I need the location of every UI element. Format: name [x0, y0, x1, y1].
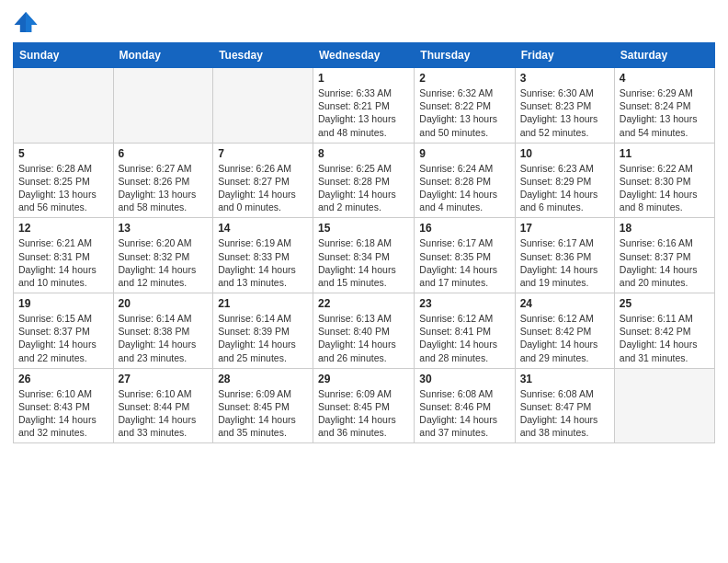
day-info: Sunrise: 6:23 AMSunset: 8:29 PMDaylight:…	[520, 162, 609, 214]
weekday-header-sunday: Sunday	[14, 43, 114, 68]
day-info: Sunrise: 6:10 AMSunset: 8:43 PMDaylight:…	[18, 387, 108, 440]
header	[13, 9, 715, 35]
weekday-header-saturday: Saturday	[614, 43, 714, 68]
day-info: Sunrise: 6:09 AMSunset: 8:45 PMDaylight:…	[318, 387, 409, 440]
day-info: Sunrise: 6:17 AMSunset: 8:36 PMDaylight:…	[520, 236, 609, 289]
calendar-day-27: 27Sunrise: 6:10 AMSunset: 8:44 PMDayligh…	[113, 368, 213, 443]
calendar-day-23: 23Sunrise: 6:12 AMSunset: 8:41 PMDayligh…	[415, 293, 515, 369]
calendar-day-9: 9Sunrise: 6:24 AMSunset: 8:28 PMDaylight…	[415, 143, 515, 218]
day-info: Sunrise: 6:13 AMSunset: 8:40 PMDaylight:…	[318, 312, 409, 364]
day-number: 19	[18, 297, 108, 310]
day-number: 9	[419, 147, 509, 160]
calendar-day-3: 3Sunrise: 6:30 AMSunset: 8:23 PMDaylight…	[515, 68, 614, 144]
weekday-header-thursday: Thursday	[415, 43, 515, 68]
weekday-header-wednesday: Wednesday	[313, 43, 415, 68]
day-info: Sunrise: 6:08 AMSunset: 8:47 PMDaylight:…	[520, 387, 609, 440]
day-number: 10	[520, 147, 609, 160]
day-info: Sunrise: 6:18 AMSunset: 8:34 PMDaylight:…	[318, 236, 409, 289]
day-number: 21	[218, 297, 308, 310]
day-info: Sunrise: 6:09 AMSunset: 8:45 PMDaylight:…	[218, 387, 308, 440]
day-number: 30	[419, 373, 509, 385]
generalblue-logo-icon	[13, 9, 39, 35]
day-info: Sunrise: 6:20 AMSunset: 8:32 PMDaylight:…	[119, 236, 209, 289]
calendar-day-2: 2Sunrise: 6:32 AMSunset: 8:22 PMDaylight…	[415, 68, 515, 144]
day-number: 28	[218, 373, 308, 385]
weekday-header-tuesday: Tuesday	[213, 43, 313, 68]
calendar-day-24: 24Sunrise: 6:12 AMSunset: 8:42 PMDayligh…	[515, 293, 614, 369]
calendar-table: SundayMondayTuesdayWednesdayThursdayFrid…	[13, 42, 715, 443]
day-number: 31	[520, 373, 609, 385]
calendar-empty-cell	[213, 68, 313, 144]
day-number: 3	[520, 72, 609, 85]
calendar-day-11: 11Sunrise: 6:22 AMSunset: 8:30 PMDayligh…	[614, 143, 714, 218]
calendar-day-8: 8Sunrise: 6:25 AMSunset: 8:28 PMDaylight…	[313, 143, 415, 218]
calendar-empty-cell	[113, 68, 213, 144]
calendar-day-5: 5Sunrise: 6:28 AMSunset: 8:25 PMDaylight…	[14, 143, 114, 218]
day-info: Sunrise: 6:29 AMSunset: 8:24 PMDaylight:…	[620, 86, 710, 139]
day-number: 7	[218, 147, 308, 160]
day-info: Sunrise: 6:15 AMSunset: 8:37 PMDaylight:…	[18, 312, 108, 364]
day-number: 16	[419, 222, 509, 235]
day-info: Sunrise: 6:19 AMSunset: 8:33 PMDaylight:…	[218, 236, 308, 289]
logo	[13, 9, 40, 35]
day-number: 18	[620, 222, 710, 235]
day-number: 20	[119, 297, 209, 310]
calendar-day-14: 14Sunrise: 6:19 AMSunset: 8:33 PMDayligh…	[213, 218, 313, 293]
day-number: 27	[119, 373, 209, 385]
day-number: 8	[318, 147, 409, 160]
calendar-day-6: 6Sunrise: 6:27 AMSunset: 8:26 PMDaylight…	[113, 143, 213, 218]
calendar-day-10: 10Sunrise: 6:23 AMSunset: 8:29 PMDayligh…	[515, 143, 614, 218]
calendar-day-28: 28Sunrise: 6:09 AMSunset: 8:45 PMDayligh…	[213, 368, 313, 443]
calendar-day-16: 16Sunrise: 6:17 AMSunset: 8:35 PMDayligh…	[415, 218, 515, 293]
day-info: Sunrise: 6:08 AMSunset: 8:46 PMDaylight:…	[419, 387, 509, 440]
page: SundayMondayTuesdayWednesdayThursdayFrid…	[0, 0, 728, 563]
week-row-5: 26Sunrise: 6:10 AMSunset: 8:43 PMDayligh…	[14, 368, 715, 443]
day-info: Sunrise: 6:30 AMSunset: 8:23 PMDaylight:…	[520, 86, 609, 139]
week-row-2: 5Sunrise: 6:28 AMSunset: 8:25 PMDaylight…	[14, 143, 715, 218]
week-row-1: 1Sunrise: 6:33 AMSunset: 8:21 PMDaylight…	[14, 68, 715, 144]
calendar-day-19: 19Sunrise: 6:15 AMSunset: 8:37 PMDayligh…	[14, 293, 114, 369]
day-info: Sunrise: 6:10 AMSunset: 8:44 PMDaylight:…	[119, 387, 209, 440]
day-info: Sunrise: 6:12 AMSunset: 8:41 PMDaylight:…	[419, 312, 509, 364]
calendar-empty-cell	[614, 368, 714, 443]
day-info: Sunrise: 6:28 AMSunset: 8:25 PMDaylight:…	[18, 162, 108, 214]
weekday-header-row: SundayMondayTuesdayWednesdayThursdayFrid…	[14, 43, 715, 68]
day-number: 11	[620, 147, 710, 160]
day-info: Sunrise: 6:14 AMSunset: 8:38 PMDaylight:…	[119, 312, 209, 364]
day-info: Sunrise: 6:11 AMSunset: 8:42 PMDaylight:…	[620, 312, 710, 364]
calendar-day-4: 4Sunrise: 6:29 AMSunset: 8:24 PMDaylight…	[614, 68, 714, 144]
week-row-4: 19Sunrise: 6:15 AMSunset: 8:37 PMDayligh…	[14, 293, 715, 369]
calendar-day-22: 22Sunrise: 6:13 AMSunset: 8:40 PMDayligh…	[313, 293, 415, 369]
day-number: 26	[18, 373, 108, 385]
calendar-day-1: 1Sunrise: 6:33 AMSunset: 8:21 PMDaylight…	[313, 68, 415, 144]
day-number: 5	[18, 147, 108, 160]
calendar-day-29: 29Sunrise: 6:09 AMSunset: 8:45 PMDayligh…	[313, 368, 415, 443]
calendar-day-25: 25Sunrise: 6:11 AMSunset: 8:42 PMDayligh…	[614, 293, 714, 369]
calendar-empty-cell	[14, 68, 114, 144]
day-info: Sunrise: 6:14 AMSunset: 8:39 PMDaylight:…	[218, 312, 308, 364]
calendar-day-13: 13Sunrise: 6:20 AMSunset: 8:32 PMDayligh…	[113, 218, 213, 293]
day-number: 14	[218, 222, 308, 235]
day-number: 29	[318, 373, 409, 385]
day-number: 24	[520, 297, 609, 310]
day-number: 13	[119, 222, 209, 235]
day-number: 4	[620, 72, 710, 85]
calendar-day-18: 18Sunrise: 6:16 AMSunset: 8:37 PMDayligh…	[614, 218, 714, 293]
day-info: Sunrise: 6:12 AMSunset: 8:42 PMDaylight:…	[520, 312, 609, 364]
day-number: 1	[318, 72, 409, 85]
day-info: Sunrise: 6:21 AMSunset: 8:31 PMDaylight:…	[18, 236, 108, 289]
calendar-day-31: 31Sunrise: 6:08 AMSunset: 8:47 PMDayligh…	[515, 368, 614, 443]
day-number: 17	[520, 222, 609, 235]
calendar-day-30: 30Sunrise: 6:08 AMSunset: 8:46 PMDayligh…	[415, 368, 515, 443]
calendar-day-15: 15Sunrise: 6:18 AMSunset: 8:34 PMDayligh…	[313, 218, 415, 293]
day-info: Sunrise: 6:24 AMSunset: 8:28 PMDaylight:…	[419, 162, 509, 214]
day-info: Sunrise: 6:33 AMSunset: 8:21 PMDaylight:…	[318, 86, 409, 139]
day-number: 6	[119, 147, 209, 160]
day-info: Sunrise: 6:22 AMSunset: 8:30 PMDaylight:…	[620, 162, 710, 214]
day-number: 15	[318, 222, 409, 235]
week-row-3: 12Sunrise: 6:21 AMSunset: 8:31 PMDayligh…	[14, 218, 715, 293]
day-info: Sunrise: 6:16 AMSunset: 8:37 PMDaylight:…	[620, 236, 710, 289]
calendar-day-26: 26Sunrise: 6:10 AMSunset: 8:43 PMDayligh…	[14, 368, 114, 443]
day-number: 2	[419, 72, 509, 85]
day-number: 25	[620, 297, 710, 310]
